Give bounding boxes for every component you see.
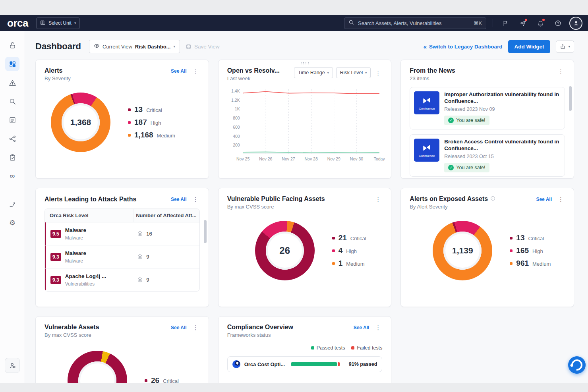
news-status-badge: ✓ You are safe! bbox=[444, 163, 489, 172]
kebab-menu-icon[interactable]: ⋮ bbox=[191, 195, 200, 203]
widget-title: Compliance Overview bbox=[227, 324, 293, 331]
widget-alerts: Alerts By Severity See All ⋮ 1,368 13Cri… bbox=[35, 60, 209, 179]
current-view-value: Risk Dashbo... bbox=[135, 44, 171, 50]
widget-vulnerable-public-assets: Vulnerable Public Facing Assets By max C… bbox=[218, 188, 392, 307]
column-header[interactable]: Orca Risk Level bbox=[45, 209, 133, 222]
select-unit-dropdown[interactable]: Select Unit ▾ bbox=[36, 17, 80, 29]
kebab-menu-icon[interactable]: ⋮ bbox=[557, 195, 565, 203]
table-row[interactable]: 9.3 MalwareMalware 9 bbox=[45, 245, 199, 268]
news-status-label: You are safe! bbox=[456, 118, 485, 123]
user-avatar[interactable] bbox=[569, 17, 582, 30]
sidebar-item-remediation[interactable] bbox=[5, 197, 19, 211]
see-all-link[interactable]: See All bbox=[171, 325, 187, 330]
legend-item[interactable]: 13Critical bbox=[128, 105, 175, 114]
empty-grid-cell bbox=[400, 316, 574, 383]
sidebar-item-dashboard[interactable] bbox=[5, 57, 19, 71]
notifications-badge bbox=[542, 19, 545, 21]
see-all-link[interactable]: See All bbox=[171, 68, 187, 74]
kebab-menu-icon[interactable]: ⋮ bbox=[374, 324, 382, 331]
column-header[interactable]: Number of Affected Att... bbox=[133, 209, 199, 222]
legend-item[interactable]: 1,168Medium bbox=[128, 131, 175, 139]
attack-path-count-icon bbox=[137, 277, 143, 283]
chevron-down-icon: ▾ bbox=[74, 21, 76, 25]
window-bottom-margin bbox=[0, 383, 588, 392]
chevron-down-icon: ▾ bbox=[173, 44, 175, 48]
time-range-dropdown[interactable]: Time Range ▾ bbox=[294, 67, 333, 78]
news-scrollbar[interactable] bbox=[569, 86, 572, 111]
notifications-bell-icon[interactable] bbox=[534, 17, 546, 29]
sidebar-item-search[interactable] bbox=[5, 94, 19, 108]
orca-assistant-button[interactable] bbox=[568, 356, 586, 374]
search-input[interactable] bbox=[357, 20, 470, 27]
topbar: orca Select Unit ▾ ⌘K bbox=[0, 15, 588, 31]
info-icon[interactable] bbox=[490, 195, 495, 203]
attack-paths-table: Orca Risk Level Number of Affected Att..… bbox=[44, 209, 200, 292]
widget-subtitle: By max CVSS score bbox=[227, 204, 325, 210]
add-widget-button[interactable]: Add Widget bbox=[508, 40, 551, 53]
check-icon: ✓ bbox=[448, 118, 454, 123]
see-all-link[interactable]: See All bbox=[171, 197, 187, 202]
sidebar-item-compliance[interactable] bbox=[5, 150, 19, 164]
topbar-divider bbox=[493, 19, 493, 27]
legend-item[interactable]: 21Critical bbox=[332, 234, 366, 242]
global-search[interactable]: ⌘K bbox=[344, 17, 486, 29]
table-header-row: Orca Risk Level Number of Affected Att..… bbox=[45, 209, 199, 222]
affected-count: 9 bbox=[146, 254, 149, 260]
asset-discovery-icon[interactable] bbox=[5, 38, 19, 52]
donut-total: 1,368 bbox=[70, 118, 91, 127]
news-item[interactable]: Confluence Improper Authorization vulner… bbox=[410, 87, 565, 129]
framework-row[interactable]: Orca Cost Opti... 91% passed bbox=[227, 356, 383, 372]
orca-swirl-icon bbox=[569, 357, 584, 373]
vuln-assets-donut-chart[interactable] bbox=[68, 351, 127, 383]
kebab-menu-icon[interactable]: ⋮ bbox=[374, 69, 382, 77]
table-row[interactable]: 9.3 Apache Log4j ...Vulnerabilities 9 bbox=[45, 268, 199, 291]
vuln-public-donut-chart[interactable]: 26 bbox=[255, 221, 315, 280]
kebab-menu-icon[interactable]: ⋮ bbox=[191, 67, 200, 75]
orca-logo[interactable]: orca bbox=[7, 18, 28, 28]
attack-path-count-icon bbox=[137, 231, 143, 237]
legend-item[interactable]: 13Critical bbox=[510, 234, 551, 242]
sidebar-item-alerts[interactable] bbox=[5, 75, 19, 90]
switch-legacy-link[interactable]: « Switch to Legacy Dashboard bbox=[424, 43, 503, 50]
sidebar-item-settings[interactable]: ⚙ bbox=[5, 216, 19, 230]
see-all-link[interactable]: See All bbox=[354, 325, 369, 330]
widget-from-the-news: From the News 23 items ⋮ Confluence bbox=[400, 60, 574, 179]
widget-subtitle: By Severity bbox=[44, 75, 71, 81]
profile-settings-icon[interactable] bbox=[5, 358, 20, 373]
legend-item[interactable]: 1Medium bbox=[332, 259, 366, 268]
widget-open-vs-resolved: Open vs Resolv... Last week Time Range ▾… bbox=[218, 60, 392, 179]
alerts-donut-chart[interactable]: 1,368 bbox=[51, 93, 110, 152]
see-all-link[interactable]: See All bbox=[536, 197, 552, 202]
alerts-legend: 13Critical 187High 1,168Medium bbox=[128, 101, 175, 143]
flag-icon[interactable] bbox=[499, 17, 511, 29]
sidebar-divider bbox=[6, 190, 19, 190]
help-icon[interactable] bbox=[552, 17, 564, 29]
severity-accent-bar bbox=[45, 222, 46, 245]
kebab-menu-icon[interactable]: ⋮ bbox=[191, 324, 200, 331]
legend-item[interactable]: 187High bbox=[128, 118, 175, 127]
news-item[interactable]: Confluence Broken Access Control vulnera… bbox=[410, 134, 565, 177]
alert-category: Malware bbox=[65, 258, 83, 264]
open-vs-resolved-line-chart[interactable]: 1.4K1.2K1K800600400200Nov 25Nov 26Nov 27… bbox=[227, 87, 383, 162]
table-row[interactable]: 9.5 MalwareMalware 16 bbox=[45, 222, 199, 245]
widget-grid: Alerts By Severity See All ⋮ 1,368 13Cri… bbox=[35, 60, 574, 383]
legend-item[interactable]: 165High bbox=[510, 246, 551, 255]
legend-item[interactable]: 4High bbox=[332, 246, 366, 255]
exposed-donut-chart[interactable]: 1,139 bbox=[433, 221, 492, 280]
legend-item[interactable]: 26Critical bbox=[145, 376, 179, 383]
switch-legacy-label: Switch to Legacy Dashboard bbox=[429, 44, 503, 50]
export-button[interactable]: ▾ bbox=[556, 41, 574, 53]
risk-level-dropdown[interactable]: Risk Level ▾ bbox=[336, 67, 371, 78]
widget-compliance-overview: Compliance Overview Frameworks status Se… bbox=[218, 316, 392, 383]
legend-item[interactable]: 961Medium bbox=[510, 259, 551, 268]
save-view-button[interactable]: Save View bbox=[186, 44, 220, 50]
drag-handle[interactable] bbox=[300, 62, 309, 65]
table-scrollbar[interactable] bbox=[204, 220, 207, 243]
announcements-icon[interactable] bbox=[517, 17, 529, 29]
sidebar-item-attack-paths[interactable] bbox=[5, 131, 19, 146]
current-view-dropdown[interactable]: Current View Risk Dashbo... ▾ bbox=[89, 40, 180, 53]
sidebar-item-inventory[interactable] bbox=[5, 113, 19, 127]
shift-left-infinity-icon[interactable]: ∞ bbox=[5, 169, 19, 183]
kebab-menu-icon[interactable]: ⋮ bbox=[557, 67, 565, 75]
kebab-menu-icon[interactable]: ⋮ bbox=[374, 195, 382, 203]
